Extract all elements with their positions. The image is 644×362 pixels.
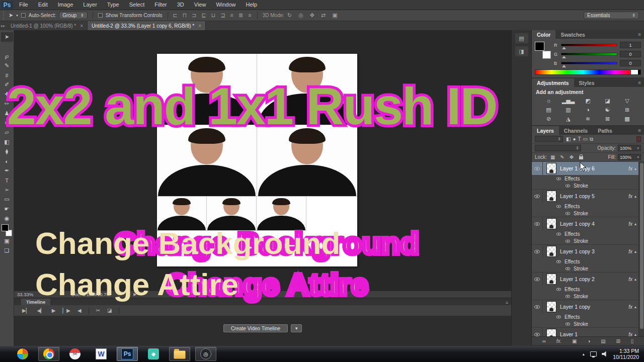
properties-panel-icon[interactable]: ◨ xyxy=(515,46,528,56)
group-select[interactable]: Group ⇕ xyxy=(59,12,88,19)
tab-paths[interactable]: Paths xyxy=(593,126,617,135)
visibility-toggle[interactable] xyxy=(532,190,543,203)
brush-tool[interactable]: ✏ xyxy=(1,99,13,109)
dodge-tool[interactable]: ◐ xyxy=(1,156,13,166)
layer-row[interactable]: Layer 1 copy 3 fx ▴ Effects xyxy=(532,245,638,273)
tool-dropdown-icon[interactable]: ▾ xyxy=(16,14,18,18)
layer-thumbnail[interactable] xyxy=(546,274,556,285)
tab-channels[interactable]: Channels xyxy=(559,126,593,135)
fx-badge[interactable]: fx xyxy=(628,221,632,227)
align-icon[interactable]: ⊔ xyxy=(211,12,216,19)
collapse-effects-icon[interactable]: ▴ xyxy=(634,222,636,226)
document-tab-untitled-2[interactable]: Untitled-2 @ 33.3% (Layer 1 copy 6, RGB/… xyxy=(88,21,206,30)
opacity-value[interactable]: 100% ▾ xyxy=(618,145,641,151)
layer-name[interactable]: Layer 1 copy xyxy=(560,304,628,310)
taskbar-word[interactable]: W xyxy=(91,347,112,361)
layer-effects-row[interactable]: Effects xyxy=(532,203,638,210)
3d-mode-icon[interactable]: ◎ xyxy=(298,12,304,19)
blur-tool[interactable]: ⧫ xyxy=(1,147,13,156)
layer-thumbnail[interactable] xyxy=(546,163,556,174)
hand-tool[interactable]: ☛ xyxy=(1,204,13,214)
layer-stroke-row[interactable]: Stroke xyxy=(532,237,638,244)
panel-menu-icon[interactable]: ≡ xyxy=(635,78,644,87)
show-transform-checkbox[interactable] xyxy=(98,13,103,18)
zoom-tool[interactable]: ◉ xyxy=(1,214,13,223)
tab-color[interactable]: Color xyxy=(532,30,555,39)
fx-badge[interactable]: fx xyxy=(628,249,632,254)
layer-row[interactable]: Layer 1 copy fx ▴ Effects xyxy=(532,300,638,328)
align-icon[interactable]: ⊒ xyxy=(220,12,225,19)
menu-item[interactable]: Help xyxy=(241,0,263,10)
align-icon[interactable]: ⊓ xyxy=(183,12,188,19)
timeline-tool-icon[interactable]: ✂ xyxy=(96,308,100,313)
path-selection-tool[interactable]: ➢ xyxy=(1,185,13,195)
layer-stroke-row[interactable]: Stroke xyxy=(532,293,638,300)
adjustment-layer-icon[interactable]: ◑ xyxy=(587,338,590,344)
layer-effects-row[interactable]: Effects xyxy=(532,175,638,182)
panel-menu-icon[interactable]: ≡ xyxy=(635,126,644,135)
layer-name[interactable]: Layer 1 copy 6 xyxy=(560,165,628,171)
eye-icon[interactable] xyxy=(556,232,561,235)
clone-stamp-tool[interactable]: ♟ xyxy=(1,109,13,118)
close-icon[interactable]: × xyxy=(80,23,83,29)
lock-all-icon[interactable] xyxy=(579,156,583,159)
timeline-menu-icon[interactable]: ≡ xyxy=(506,300,508,305)
3d-mode-icon[interactable]: ⇄ xyxy=(321,12,326,19)
collapse-effects-icon[interactable]: ▴ xyxy=(634,249,636,254)
tray-expand-icon[interactable]: ▲ xyxy=(582,352,585,356)
color-spectrum-ramp[interactable] xyxy=(535,69,641,75)
channel-value[interactable]: 0 xyxy=(620,60,641,66)
background-color-chip[interactable] xyxy=(542,51,551,59)
eye-icon[interactable] xyxy=(556,177,561,180)
network-icon[interactable] xyxy=(590,351,597,356)
speaker-icon[interactable] xyxy=(602,351,608,357)
crop-tool[interactable]: # xyxy=(1,70,13,80)
adjustment-icon[interactable]: ▩ xyxy=(617,114,637,123)
eye-icon[interactable] xyxy=(556,260,561,263)
layer-thumbnail[interactable] xyxy=(546,246,556,257)
adjustment-icon[interactable]: ▽ xyxy=(617,96,637,105)
layer-thumbnail[interactable] xyxy=(546,329,556,336)
channel-slider[interactable] xyxy=(561,62,617,64)
menu-item[interactable]: Filter xyxy=(149,0,172,10)
adjustment-icon[interactable]: ⊠ xyxy=(598,114,617,123)
eye-icon[interactable] xyxy=(566,184,570,187)
fx-badge[interactable]: fx xyxy=(628,277,632,282)
adjustment-icon[interactable]: ◮ xyxy=(558,114,578,123)
channel-slider[interactable] xyxy=(561,53,617,55)
tab-layers[interactable]: Layers xyxy=(532,126,559,135)
align-icon[interactable]: ⊑ xyxy=(202,12,207,19)
visibility-toggle[interactable] xyxy=(532,162,543,175)
delete-layer-icon[interactable]: ▯ xyxy=(631,338,634,344)
taskbar-clock[interactable]: 1:33 PM 10/11/2020 xyxy=(613,348,639,360)
layer-row[interactable]: Layer 1 fx ▴ Effects S xyxy=(532,328,638,336)
eye-icon[interactable] xyxy=(566,295,570,298)
adjustment-icon[interactable]: ⊘ xyxy=(539,114,558,123)
tab-swatches[interactable]: Swatches xyxy=(555,30,590,39)
align-icon[interactable]: ≡ xyxy=(248,12,252,19)
layer-stroke-row[interactable]: Stroke xyxy=(532,182,638,189)
layer-name[interactable]: Layer 1 copy 4 xyxy=(560,221,628,227)
collapse-effects-icon[interactable]: ▴ xyxy=(634,305,636,309)
menu-item[interactable]: Layer xyxy=(78,0,102,10)
fx-badge[interactable]: fx xyxy=(628,166,632,171)
layer-style-icon[interactable]: fx. xyxy=(556,338,562,344)
new-layer-icon[interactable]: ⊞ xyxy=(616,338,620,344)
adjustment-icon[interactable]: ◑ xyxy=(578,105,598,114)
fx-badge[interactable]: fx xyxy=(628,304,632,310)
transport-icon[interactable]: ▶ xyxy=(52,308,56,313)
layer-mask-icon[interactable]: ▣ xyxy=(572,338,577,344)
eye-icon[interactable] xyxy=(566,267,570,270)
transport-icon[interactable]: ◀ xyxy=(77,308,82,313)
type-tool[interactable]: T xyxy=(1,175,13,185)
foreground-color-chip[interactable] xyxy=(2,224,9,231)
3d-mode-icon[interactable]: ✥ xyxy=(310,12,315,19)
layer-name[interactable]: Layer 1 copy 5 xyxy=(560,193,628,199)
layer-thumbnail[interactable] xyxy=(546,218,556,229)
eye-icon[interactable] xyxy=(566,239,570,242)
workspace-select[interactable]: Essentials ⇕ xyxy=(584,12,639,19)
adjustment-icon[interactable]: ▤ xyxy=(539,105,558,114)
adjustment-icon[interactable]: ☯ xyxy=(598,105,617,114)
start-button[interactable] xyxy=(12,347,33,361)
adjustment-icon[interactable]: ◪ xyxy=(598,96,617,105)
